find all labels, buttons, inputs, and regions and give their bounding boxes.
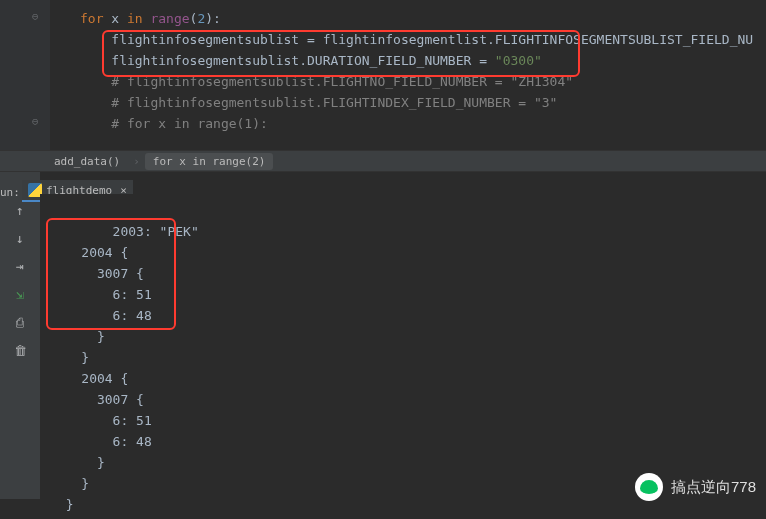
breadcrumb-item[interactable]: for x in range(2) <box>145 153 274 170</box>
wechat-icon <box>635 473 663 501</box>
breadcrumb-item[interactable]: add_data() <box>46 153 128 170</box>
print-icon[interactable]: ⎙ <box>12 314 28 330</box>
code-line[interactable]: # flightinfosegmentsublist.FLIGHTINDEX_F… <box>50 92 766 113</box>
scroll-to-end-icon[interactable]: ⇲ <box>12 286 28 302</box>
console-text: 2003: "PEK" 2004 { 3007 { 6: 51 6: 48 } … <box>50 224 199 519</box>
code-line[interactable]: # for x in range(1): <box>50 113 766 134</box>
code-line[interactable]: flightinfosegmentsublist.DURATION_FIELD_… <box>50 50 766 71</box>
run-panel-label: un: <box>0 186 20 199</box>
up-arrow-icon[interactable]: ↑ <box>12 202 28 218</box>
watermark: 搞点逆向778 <box>635 473 756 501</box>
watermark-text: 搞点逆向778 <box>671 478 756 497</box>
chevron-right-icon: › <box>133 155 140 168</box>
run-toolbar: ↑ ↓ ⇥ ⇲ ⎙ 🗑 <box>0 172 40 499</box>
code-line[interactable]: # flightinfosegmentsublist.FLIGHTNO_FIEL… <box>50 71 766 92</box>
soft-wrap-icon[interactable]: ⇥ <box>12 258 28 274</box>
code-line[interactable]: for x in range(2): <box>50 8 766 29</box>
code-line[interactable]: flightinfosegmentsublist = flightinfoseg… <box>50 29 766 50</box>
trash-icon[interactable]: 🗑 <box>12 342 28 358</box>
gutter-collapse-icon[interactable]: ⊖ <box>32 10 39 23</box>
down-arrow-icon[interactable]: ↓ <box>12 230 28 246</box>
editor-gutter: ⊖ ⊖ <box>0 0 50 150</box>
code-editor[interactable]: ⊖ ⊖ for x in range(2): flightinfosegment… <box>0 0 766 150</box>
breadcrumb: add_data() › for x in range(2) <box>0 150 766 172</box>
run-panel: ↑ ↓ ⇥ ⇲ ⎙ 🗑 2003: "PEK" 2004 { 3007 { 6:… <box>0 172 766 499</box>
gutter-collapse-icon[interactable]: ⊖ <box>32 115 39 128</box>
console-output[interactable]: 2003: "PEK" 2004 { 3007 { 6: 51 6: 48 } … <box>40 194 766 499</box>
